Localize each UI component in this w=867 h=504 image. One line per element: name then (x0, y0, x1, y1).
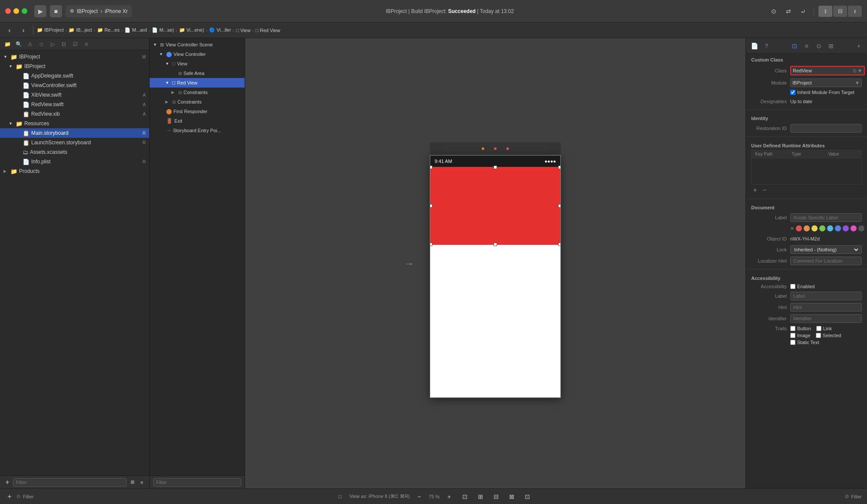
add-button[interactable]: + (853, 40, 864, 52)
lock-select[interactable]: Inherited - (Nothing) (792, 247, 860, 253)
folder-icon[interactable]: 📁 (3, 39, 12, 49)
breadcrumb-vi-ene[interactable]: 📁 Vi...ene) (179, 27, 204, 33)
clear-color-button[interactable]: ✕ (790, 226, 794, 231)
class-dropdown-icon[interactable]: ⊙ (853, 68, 857, 74)
handle-br[interactable] (558, 243, 561, 246)
error-indicator[interactable]: ● (494, 145, 497, 152)
ib-item-vc-scene[interactable]: ▼ ⊞ View Controller Scene (150, 40, 245, 49)
doc-label-input[interactable] (790, 213, 862, 222)
stop-indicator[interactable]: ● (506, 145, 509, 152)
right-panel-toggle[interactable]: ⫾ (848, 6, 862, 17)
class-input[interactable] (793, 68, 853, 73)
module-chevron-icon[interactable]: ▼ (855, 80, 860, 85)
tree-item-assets[interactable]: ▶ 🗂 Assets.xcassets (0, 147, 149, 157)
remove-attribute-button[interactable]: − (761, 186, 769, 194)
red-view-canvas[interactable] (430, 167, 560, 245)
tree-item-appdelegate[interactable]: ▶ 📄 AppDelegate.swift (0, 71, 149, 81)
trait-link-checkbox[interactable] (816, 326, 821, 331)
code-review-icon[interactable]: ⇄ (782, 5, 795, 17)
stop-button[interactable]: ■ (50, 5, 62, 17)
breadcrumb-m-se[interactable]: 📄 M...se) (152, 27, 174, 33)
tree-item-root[interactable]: ▼ 📁 IBProject M (0, 52, 149, 62)
breadcrumb-view[interactable]: □ View (236, 28, 250, 33)
git-icon[interactable]: ⤾ (797, 5, 809, 17)
color-orange[interactable] (804, 225, 810, 231)
add-attribute-button[interactable]: + (751, 186, 759, 194)
bottom-panel-toggle[interactable]: ⊟ (833, 6, 847, 17)
breadcrumb-m-ard[interactable]: 📄 M...ard (124, 27, 147, 33)
git-status-icon[interactable]: ⚠ (25, 39, 35, 49)
tests-icon[interactable]: ☑ (70, 39, 80, 49)
breadcrumb-vi-ller[interactable]: 🔵 Vi...ller (209, 27, 231, 33)
trait-static-text-checkbox[interactable] (790, 340, 795, 345)
canvas-tool-1[interactable]: ⊡ (459, 491, 471, 503)
handle-tm[interactable] (494, 166, 497, 169)
quick-help-tab[interactable]: ? (761, 40, 772, 52)
module-input[interactable] (792, 80, 855, 85)
trait-selected-checkbox[interactable] (816, 333, 821, 338)
color-green[interactable] (819, 225, 825, 231)
zoom-in-button[interactable]: + (443, 491, 455, 503)
tree-item-launchscreen[interactable]: ▶ 📋 LaunchScreen.storyboard R (0, 138, 149, 147)
handle-bl[interactable] (430, 243, 432, 246)
color-purple[interactable] (843, 225, 849, 231)
search-icon[interactable]: 🔍 (14, 39, 23, 49)
color-red[interactable] (796, 225, 802, 231)
color-yellow[interactable] (811, 225, 818, 231)
ib-item-storyboard-entry[interactable]: ▶ → Storyboard Entry Poi... (150, 126, 245, 135)
canvas-tool-3[interactable]: ⊟ (490, 491, 502, 503)
handle-ml[interactable] (430, 204, 432, 208)
tree-item-viewcontroller[interactable]: ▶ 📄 ViewController.swift (0, 81, 149, 90)
tree-item-resources[interactable]: ▼ 📁 Resources (0, 119, 149, 128)
warning-indicator[interactable]: ● (481, 145, 484, 152)
maximize-button[interactable] (22, 8, 27, 14)
ib-item-red-view[interactable]: ▼ □ Red View (150, 78, 245, 88)
canvas-tool-5[interactable]: ⊡ (521, 491, 533, 503)
tree-item-redview-xib[interactable]: ▶ 📋 RedView.xib A (0, 109, 149, 119)
tree-item-products[interactable]: ▶ 📁 Products (0, 166, 149, 176)
handle-tr[interactable] (558, 166, 561, 169)
handle-tl[interactable] (430, 166, 432, 169)
ib-item-constraints-red[interactable]: ▶ ⊟ Constraints (150, 88, 245, 97)
restoration-id-input[interactable] (790, 124, 862, 133)
breadcrumb-red-view[interactable]: □ Red View (255, 28, 280, 33)
ib-item-constraints-view[interactable]: ▶ ⊟ Constraints (150, 97, 245, 107)
run-navigator-icon[interactable]: ▷ (48, 39, 57, 49)
ib-item-exit[interactable]: ▶ 🚪 Exit (150, 116, 245, 126)
trait-button-checkbox[interactable] (790, 326, 795, 331)
breadcrumb-re-es[interactable]: 📁 Re...es (97, 27, 120, 33)
canvas-tool-4[interactable]: ⊠ (506, 491, 518, 503)
handle-mr[interactable] (558, 204, 561, 208)
ib-item-first-responder[interactable]: ▶ ⬤ First Responder (150, 107, 245, 116)
memory-icon[interactable]: ≡ (82, 39, 91, 49)
identity-inspector-tab[interactable]: ⊡ (789, 40, 800, 52)
connections-inspector-tab[interactable]: ⊙ (813, 40, 824, 52)
canvas-tool-2[interactable]: ⊞ (474, 491, 487, 503)
left-panel-toggle[interactable]: ⫿ (818, 6, 832, 17)
issues-icon[interactable]: ⊡ (59, 39, 69, 49)
activity-icon[interactable]: ⊙ (768, 5, 780, 17)
color-gray[interactable] (858, 225, 864, 231)
file-filter-input[interactable] (13, 478, 127, 487)
color-pink[interactable] (851, 225, 857, 231)
minimize-button[interactable] (13, 8, 19, 14)
accessibility-enabled-checkbox[interactable] (790, 284, 795, 289)
tree-item-main-storyboard[interactable]: ▶ 📋 Main.storyboard R (0, 128, 149, 138)
tree-item-xibview[interactable]: ▶ 📄 XibView.swift A (0, 90, 149, 100)
localizer-hint-input[interactable] (790, 257, 862, 265)
acc-hint-input[interactable] (790, 303, 862, 312)
nav-back-button[interactable]: ‹ (3, 24, 16, 36)
class-chevron-icon[interactable]: ▼ (857, 68, 862, 73)
hierarchy-icon[interactable]: ≡ (138, 478, 146, 486)
breadcrumb-ibproject[interactable]: 📁 IBProject (37, 27, 64, 33)
inherit-module-checkbox[interactable] (790, 90, 795, 95)
file-inspector-tab[interactable]: 📄 (749, 40, 760, 52)
filter-options-icon[interactable]: ⊞ (128, 478, 136, 486)
ib-filter-input[interactable] (153, 478, 241, 487)
view-as-icon[interactable]: □ (334, 491, 346, 503)
acc-identifier-input[interactable] (790, 314, 862, 323)
handle-bm[interactable] (494, 243, 497, 246)
scheme-selector[interactable]: ⚙ IBProject › iPhone Xr (65, 5, 132, 17)
close-button[interactable] (5, 8, 11, 14)
acc-label-input[interactable] (790, 292, 862, 300)
